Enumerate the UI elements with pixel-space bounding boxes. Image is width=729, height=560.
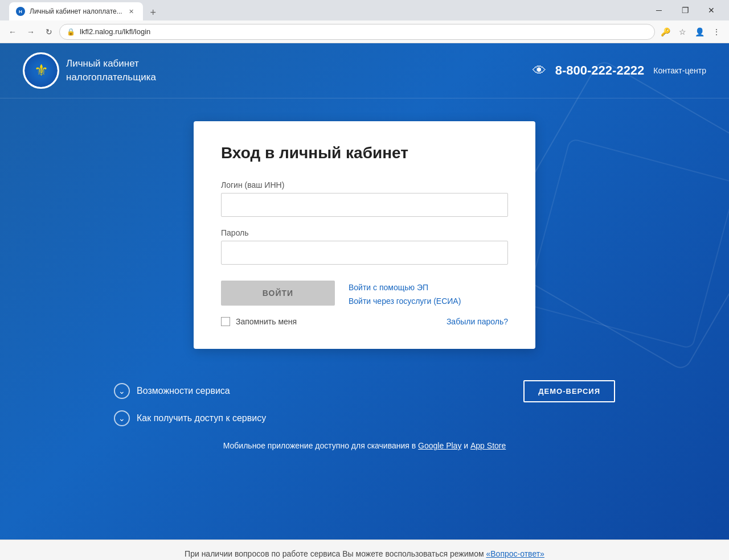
login-title: Вход в личный кабинет: [221, 144, 508, 162]
tab-favicon: Н: [16, 7, 25, 16]
phone-number: 8-800-222-2222: [555, 63, 645, 78]
new-tab-button[interactable]: +: [145, 5, 161, 20]
login-input[interactable]: [221, 193, 508, 217]
gosuslugi-login-link[interactable]: Войти через госуслуги (ЕСИА): [349, 297, 461, 306]
mobile-app-prefix: Мобильное приложение доступно для скачив…: [223, 441, 418, 450]
logo-line1: Личный кабинет: [66, 57, 156, 71]
forward-button[interactable]: →: [23, 24, 39, 40]
logo-inner: ⚜: [24, 54, 58, 87]
bottom-section: ⌄ Возможности сервиса ДЕМО-ВЕРСИЯ ⌄ Как …: [0, 366, 729, 462]
accordion-label-1: Возможности сервиса: [137, 386, 230, 396]
chevron-down-icon-1: ⌄: [114, 383, 130, 399]
key-button[interactable]: 🔑: [657, 24, 673, 40]
browser-tab-active[interactable]: Н Личный кабинет налоплате... ✕: [9, 2, 143, 20]
tab-close-button[interactable]: ✕: [127, 7, 136, 16]
url-text: lkfl2.nalog.ru/lkfl/login: [80, 27, 150, 36]
footer-text: При наличии вопросов по работе сервиса В…: [185, 549, 486, 558]
close-button[interactable]: ✕: [698, 0, 724, 20]
browser-titlebar: Н Личный кабинет налоплате... ✕ + ─ ❐ ✕: [0, 0, 729, 20]
browser-action-buttons: 🔑 ☆ 👤 ⋮: [657, 24, 724, 40]
ep-login-link[interactable]: Войти с помощью ЭП: [349, 283, 461, 292]
browser-window: Н Личный кабинет налоплате... ✕ + ─ ❐ ✕ …: [0, 0, 729, 560]
remember-checkbox[interactable]: [221, 317, 230, 326]
main-content: Вход в личный кабинет Логин (ваш ИНН) Па…: [0, 98, 729, 366]
login-card: Вход в личный кабинет Логин (ваш ИНН) Па…: [194, 121, 535, 349]
remember-label: Запомнить меня: [236, 317, 297, 326]
login-button[interactable]: ВОЙТИ: [221, 281, 335, 306]
accordion-row-1: ⌄ Возможности сервиса ДЕМО-ВЕРСИЯ: [114, 377, 615, 405]
accordion-item-2[interactable]: ⌄ Как получить доступ к сервису: [114, 405, 615, 432]
logo-line2: налогоплательщика: [66, 71, 156, 84]
browser-navbar: ← → ↻ 🔒 lkfl2.nalog.ru/lkfl/login 🔑 ☆ 👤 …: [0, 20, 729, 43]
remember-left: Запомнить меня: [221, 317, 297, 326]
alt-login-links: Войти с помощью ЭП Войти через госуслуги…: [349, 281, 461, 306]
login-field-group: Логин (ваш ИНН): [221, 180, 508, 217]
back-button[interactable]: ←: [5, 24, 21, 40]
accordion-item-1[interactable]: ⌄ Возможности сервиса: [114, 377, 523, 405]
window-controls: ─ ❐ ✕: [646, 0, 724, 20]
and-text: и: [461, 441, 470, 450]
bookmark-button[interactable]: ☆: [674, 24, 690, 40]
contact-center-label: Контакт-центр: [653, 66, 706, 75]
form-actions: ВОЙТИ Войти с помощью ЭП Войти через гос…: [221, 281, 508, 306]
faq-link[interactable]: «Вопрос-ответ»: [486, 549, 544, 558]
login-label: Логин (ваш ИНН): [221, 180, 508, 190]
site-footer: При наличии вопросов по работе сервиса В…: [0, 540, 729, 560]
lock-icon: 🔒: [67, 28, 75, 36]
minimize-button[interactable]: ─: [646, 0, 672, 20]
remember-row: Запомнить меня Забыли пароль?: [221, 317, 508, 326]
page-background: ⚜ Личный кабинет налогоплательщика 👁 8-8…: [0, 43, 729, 540]
address-bar[interactable]: 🔒 lkfl2.nalog.ru/lkfl/login: [59, 24, 655, 40]
password-field-group: Пароль: [221, 228, 508, 265]
site-header: ⚜ Личный кабинет налогоплательщика 👁 8-8…: [0, 43, 729, 98]
google-play-link[interactable]: Google Play: [418, 441, 461, 450]
eye-icon[interactable]: 👁: [533, 63, 546, 79]
password-input[interactable]: [221, 241, 508, 265]
chevron-down-icon-2: ⌄: [114, 410, 130, 426]
tab-title: Личный кабинет налоплате...: [30, 7, 122, 15]
demo-version-button[interactable]: ДЕМО-ВЕРСИЯ: [523, 380, 615, 402]
account-button[interactable]: 👤: [691, 24, 707, 40]
maximize-button[interactable]: ❐: [672, 0, 698, 20]
logo-eagle-icon: ⚜: [34, 63, 48, 79]
logo-area: ⚜ Личный кабинет налогоплательщика: [23, 52, 156, 89]
header-right: 👁 8-800-222-2222 Контакт-центр: [533, 63, 706, 79]
mobile-app-text: Мобильное приложение доступно для скачив…: [114, 432, 615, 450]
password-label: Пароль: [221, 228, 508, 237]
menu-button[interactable]: ⋮: [708, 24, 724, 40]
accordion-label-2: Как получить доступ к сервису: [137, 413, 266, 423]
logo-text: Личный кабинет налогоплательщика: [66, 57, 156, 84]
forgot-password-link[interactable]: Забыли пароль?: [447, 317, 508, 326]
logo-circle: ⚜: [23, 52, 59, 89]
app-store-link[interactable]: App Store: [470, 441, 506, 450]
reload-button[interactable]: ↻: [41, 24, 57, 40]
